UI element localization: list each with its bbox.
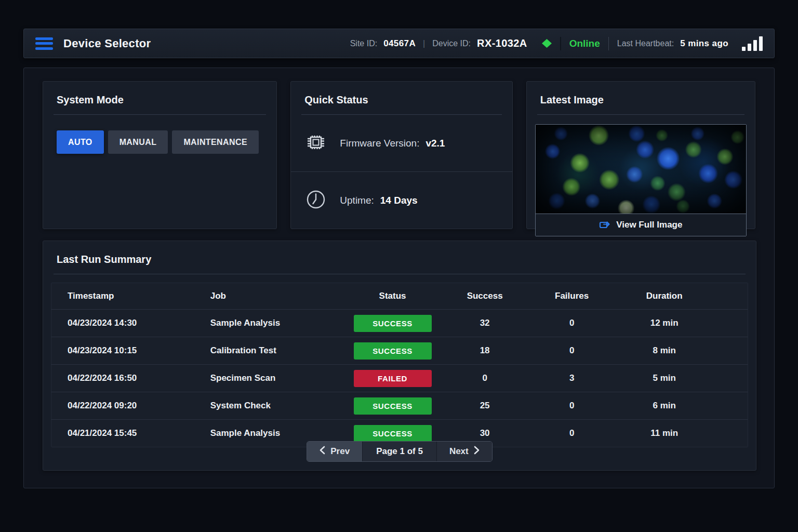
success-cell: 18	[441, 345, 528, 356]
clock-icon	[304, 188, 327, 213]
system-mode-card: System Mode AUTO MANUAL MAINTENANCE	[43, 81, 277, 229]
device-id-label: Device ID:	[432, 39, 471, 48]
job-cell: Sample Analysis	[194, 428, 344, 438]
col-status: Status	[344, 291, 442, 301]
chevron-right-icon	[474, 446, 480, 457]
page-title: Device Selector	[63, 37, 151, 50]
online-status-icon	[542, 39, 552, 48]
job-cell: Sample Analysis	[194, 318, 344, 328]
job-cell: Calibration Test	[194, 345, 344, 356]
next-page-label: Next	[449, 446, 469, 457]
col-failures: Failures	[528, 291, 616, 301]
next-page-button[interactable]: Next	[437, 442, 492, 461]
image-frame: View Full Image	[535, 124, 747, 236]
col-duration: Duration	[615, 291, 748, 301]
divider	[54, 274, 746, 274]
job-cell: Specimen Scan	[194, 373, 344, 383]
success-cell: 32	[441, 318, 528, 328]
device-id-value: RX-1032A	[477, 37, 527, 49]
firmware-label: Firmware Version:	[340, 138, 419, 149]
site-id-label: Site ID:	[350, 39, 377, 48]
duration-cell: 5 min	[615, 373, 748, 383]
success-cell: 0	[441, 373, 528, 383]
col-timestamp: Timestamp	[51, 291, 194, 301]
top-bar: Device Selector Site ID: 04567A | Device…	[23, 29, 775, 58]
last-run-summary-title: Last Run Summary	[43, 241, 756, 274]
status-badge: SUCCESS	[354, 397, 432, 415]
last-run-table: Timestamp Job Status Success Failures Du…	[51, 283, 748, 447]
view-full-image-label: View Full Image	[616, 220, 682, 230]
status-badge: SUCCESS	[354, 425, 432, 442]
timestamp-cell: 04/22/2024 16:50	[51, 373, 194, 383]
online-status-label: Online	[569, 38, 600, 49]
separator: |	[422, 39, 426, 48]
divider	[537, 114, 744, 115]
expand-icon	[599, 219, 610, 231]
status-badge: SUCCESS	[354, 342, 432, 360]
status-badge: SUCCESS	[354, 315, 432, 332]
system-mode-title: System Mode	[43, 82, 276, 114]
failures-cell: 0	[528, 345, 616, 356]
header-divider	[608, 37, 609, 50]
view-full-image-button[interactable]: View Full Image	[536, 214, 746, 236]
menu-icon[interactable]	[35, 37, 53, 50]
prev-page-label: Prev	[330, 446, 350, 457]
quick-status-title: Quick Status	[291, 82, 512, 114]
failures-cell: 0	[528, 428, 616, 438]
quick-status-card: Quick Status Firmware Version: v2.1	[290, 81, 512, 229]
page-indicator: Page 1 of 5	[363, 442, 437, 461]
success-cell: 25	[441, 401, 528, 411]
duration-cell: 6 min	[615, 401, 748, 411]
site-id-value: 04567A	[383, 38, 416, 49]
table-row: 04/23/2024 14:30 Sample Analysis SUCCESS…	[51, 309, 748, 337]
table-row: 04/22/2024 16:50 Specimen Scan FAILED 0 …	[51, 364, 748, 392]
firmware-value: v2.1	[425, 138, 445, 149]
heartbeat-label: Last Heartbeat:	[617, 39, 674, 48]
table-row: 04/22/2024 09:20 System Check SUCCESS 25…	[51, 392, 748, 419]
table-row: 04/23/2024 10:15 Calibration Test SUCCES…	[51, 337, 748, 364]
last-run-summary-card: Last Run Summary Timestamp Job Status Su…	[43, 241, 756, 471]
mode-maintenance-button[interactable]: MAINTENANCE	[172, 130, 259, 154]
col-job: Job	[194, 291, 344, 301]
main-panel: System Mode AUTO MANUAL MAINTENANCE Quic…	[23, 68, 775, 488]
signal-bars-icon	[742, 36, 763, 51]
timestamp-cell: 04/23/2024 14:30	[51, 318, 194, 328]
failures-cell: 3	[528, 373, 616, 383]
pagination: Prev Page 1 of 5 Next	[43, 441, 756, 462]
job-cell: System Check	[194, 401, 344, 411]
chevron-left-icon	[320, 446, 325, 457]
prev-page-button[interactable]: Prev	[307, 442, 363, 461]
duration-cell: 8 min	[615, 345, 748, 356]
chip-icon	[304, 131, 327, 156]
status-badge: FAILED	[354, 370, 432, 387]
success-cell: 30	[441, 428, 528, 438]
latest-image-title: Latest Image	[527, 82, 755, 114]
duration-cell: 12 min	[615, 318, 748, 328]
timestamp-cell: 04/23/2024 10:15	[51, 345, 194, 356]
failures-cell: 0	[528, 401, 616, 411]
mode-manual-button[interactable]: MANUAL	[108, 130, 168, 154]
heartbeat-value: 5 mins ago	[680, 38, 728, 49]
duration-cell: 11 min	[615, 428, 748, 438]
uptime-label: Uptime:	[340, 195, 374, 206]
status-divider	[560, 37, 561, 50]
microscopy-image	[536, 125, 746, 214]
latest-image-card: Latest Image View Full Image	[526, 81, 755, 229]
timestamp-cell: 04/22/2024 09:20	[51, 401, 194, 411]
col-success: Success	[441, 291, 528, 301]
mode-auto-button[interactable]: AUTO	[57, 130, 104, 154]
table-header-row: Timestamp Job Status Success Failures Du…	[51, 283, 748, 309]
timestamp-cell: 04/21/2024 15:45	[51, 428, 194, 438]
failures-cell: 0	[528, 318, 616, 328]
uptime-value: 14 Days	[380, 195, 418, 206]
